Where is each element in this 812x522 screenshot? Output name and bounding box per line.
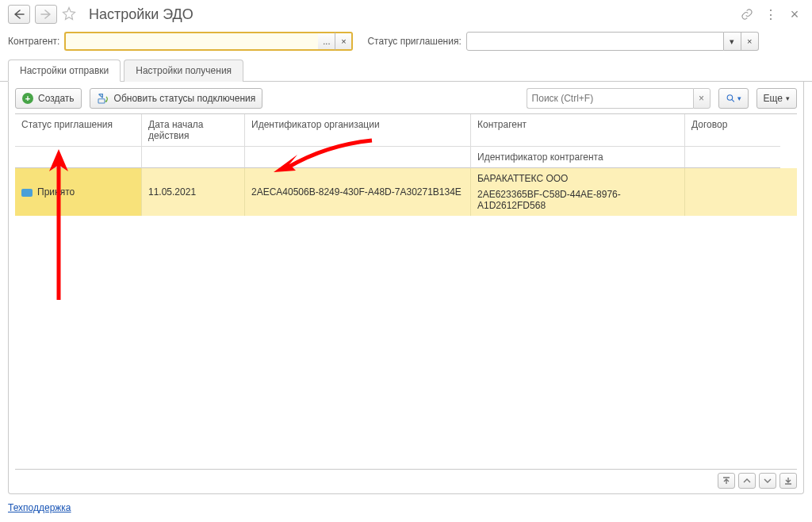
cell-org-id: 2AECA40506B-8249-430F-A48D-7A30271B134E [245, 168, 471, 216]
table-navigator [9, 470, 803, 493]
search-input[interactable] [527, 88, 693, 109]
down-icon [764, 477, 772, 485]
cell-contract [685, 168, 780, 216]
status-input[interactable] [466, 32, 724, 51]
col-counterparty-id[interactable]: Идентификатор контрагента [471, 147, 685, 168]
nav-bottom-button[interactable] [779, 473, 797, 489]
more-label: Еще [764, 93, 783, 104]
favorite-button[interactable] [62, 6, 82, 23]
send-panel: + Создать Обновить статусы подключения ×… [8, 82, 804, 494]
chevron-down-icon: ▾ [786, 94, 790, 102]
table-subheader-row: Идентификатор контрагента [15, 147, 797, 168]
status-clear-button[interactable]: × [741, 32, 759, 51]
plus-icon: + [22, 93, 33, 104]
col-date[interactable]: Дата начала действия [142, 114, 245, 147]
refresh-label: Обновить статусы подключения [114, 93, 256, 104]
status-dropdown-button[interactable]: ▾ [724, 32, 741, 51]
counterparty-input[interactable] [64, 32, 318, 51]
tabs: Настройки отправки Настройки получения [0, 59, 812, 82]
link-icon[interactable] [737, 5, 756, 24]
close-button[interactable]: × [785, 5, 804, 24]
search-field: × [527, 88, 710, 109]
create-label: Создать [38, 93, 75, 104]
table: Статус приглашения Дата начала действия … [15, 113, 797, 470]
counterparty-lookup-button[interactable]: ... [318, 32, 335, 51]
up-icon [743, 477, 751, 485]
cell-status: Принято [15, 168, 142, 216]
more-button[interactable]: Еще ▾ [756, 88, 797, 109]
cell-counterparty: БАРАКАТТЕКС ООО 2AE623365BF-C58D-44AE-89… [471, 168, 685, 216]
more-menu-button[interactable]: ⋮ [761, 5, 780, 24]
col-counterparty[interactable]: Контрагент [471, 114, 685, 147]
counterparty-clear-button[interactable]: × [335, 32, 353, 51]
svg-point-1 [727, 95, 733, 101]
table-body: Принято 11.05.2021 2AECA40506B-8249-430F… [15, 168, 797, 469]
bottom-icon [784, 477, 792, 485]
refresh-icon [97, 92, 109, 105]
col-contract[interactable]: Договор [685, 114, 780, 147]
forward-button[interactable] [35, 5, 57, 24]
status-label: Статус приглашения: [367, 36, 461, 47]
status-accepted-icon [21, 189, 33, 197]
svg-rect-0 [98, 99, 105, 103]
nav-up-button[interactable] [738, 473, 756, 489]
refresh-status-button[interactable]: Обновить статусы подключения [90, 88, 263, 109]
nav-top-button[interactable] [718, 473, 735, 489]
magnifier-icon [726, 93, 736, 104]
footer: Техподдержка [0, 499, 812, 520]
arrow-left-icon [13, 10, 25, 19]
top-icon [722, 477, 730, 485]
support-link[interactable]: Техподдержка [8, 502, 71, 513]
counterparty-label: Контрагент: [8, 36, 59, 47]
col-org-id[interactable]: Идентификатор организации [245, 114, 471, 147]
back-button[interactable] [8, 5, 30, 24]
tab-receive[interactable]: Настройки получения [124, 59, 243, 82]
create-button[interactable]: + Создать [15, 88, 82, 109]
chevron-down-icon: ▾ [737, 94, 741, 102]
page-title: Настройки ЭДО [89, 6, 193, 23]
tab-send[interactable]: Настройки отправки [8, 59, 121, 82]
search-button[interactable]: ▾ [718, 88, 749, 109]
nav-down-button[interactable] [759, 473, 776, 489]
counterparty-field: ... × [64, 32, 353, 51]
table-header-row: Статус приглашения Дата начала действия … [15, 114, 797, 147]
cell-date: 11.05.2021 [142, 168, 245, 216]
col-status[interactable]: Статус приглашения [15, 114, 142, 147]
star-icon [62, 6, 76, 21]
arrow-right-icon [40, 10, 52, 19]
panel-toolbar: + Создать Обновить статусы подключения ×… [9, 82, 803, 113]
titlebar: Настройки ЭДО ⋮ × [0, 0, 812, 29]
status-field: ▾ × [466, 32, 759, 51]
table-row[interactable]: Принято 11.05.2021 2AECA40506B-8249-430F… [15, 168, 797, 216]
search-clear-button[interactable]: × [693, 88, 710, 109]
filter-bar: Контрагент: ... × Статус приглашения: ▾ … [0, 29, 812, 59]
